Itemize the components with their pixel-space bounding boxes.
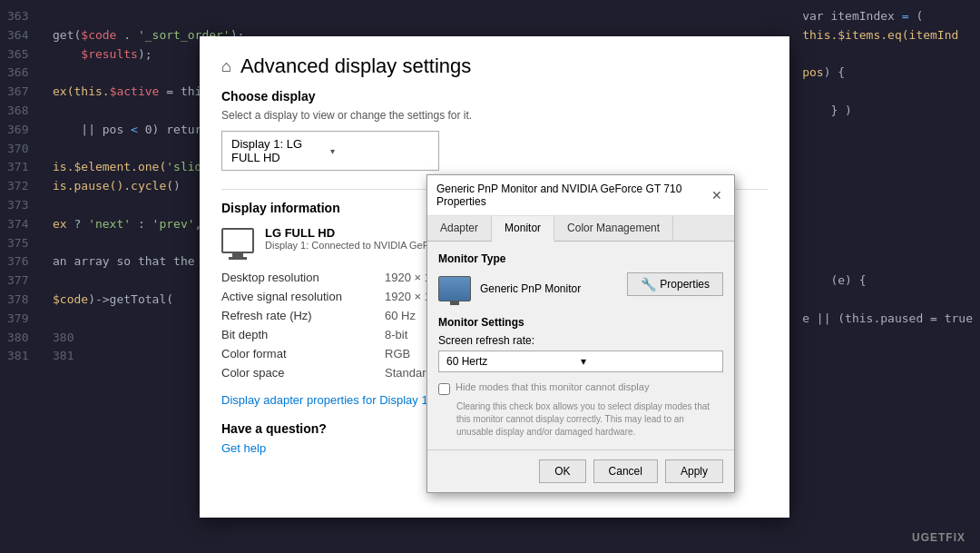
monitor-type-label: Monitor Type bbox=[438, 252, 723, 265]
info-label: Desktop resolution bbox=[221, 268, 385, 287]
monitor-icon bbox=[221, 228, 254, 253]
properties-button[interactable]: 🔧 Properties bbox=[627, 272, 723, 296]
hide-modes-checkbox[interactable] bbox=[438, 383, 450, 395]
dialog-footer: OK Cancel Apply bbox=[427, 449, 734, 492]
close-button[interactable]: ✕ bbox=[709, 186, 725, 204]
dialog-tabs: Adapter Monitor Color Management bbox=[427, 216, 734, 242]
refresh-rate-dropdown[interactable]: 60 Hertz ▾ bbox=[438, 351, 723, 372]
refresh-rate-value: 60 Hertz bbox=[446, 355, 581, 368]
monitor-settings-title: Monitor Settings bbox=[438, 316, 723, 329]
settings-header: ⌂ Advanced display settings bbox=[200, 36, 789, 89]
hide-modes-row: Hide modes that this monitor cannot disp… bbox=[438, 381, 723, 395]
dialog-title-text: Generic PnP Monitor and NVIDIA GeForce G… bbox=[436, 183, 709, 208]
bg-code-left: 363 364 365 366 367 368 369 370 371 372 … bbox=[0, 0, 35, 373]
info-label: Active signal resolution bbox=[221, 287, 385, 306]
apply-button[interactable]: Apply bbox=[665, 459, 723, 483]
cancel-button[interactable]: Cancel bbox=[593, 459, 658, 483]
display-dropdown-value: Display 1: LG FULL HD bbox=[231, 137, 330, 164]
home-icon[interactable]: ⌂ bbox=[221, 57, 231, 76]
get-help-link[interactable]: Get help bbox=[221, 441, 266, 455]
bg-code-content-right: var itemIndex = ( this.$items.eq(itemInd… bbox=[795, 0, 980, 373]
choose-display-title: Choose display bbox=[221, 89, 768, 104]
properties-btn-label: Properties bbox=[660, 278, 710, 291]
dialog-titlebar: Generic PnP Monitor and NVIDIA GeForce G… bbox=[427, 175, 734, 216]
refresh-rate-label: Screen refresh rate: bbox=[438, 334, 723, 347]
info-label: Refresh rate (Hz) bbox=[221, 306, 385, 325]
choose-display-subtitle: Select a display to view or change the s… bbox=[221, 109, 768, 122]
chevron-down-icon: ▾ bbox=[330, 146, 429, 156]
monitor-thumbnail bbox=[438, 276, 471, 301]
display-dropdown[interactable]: Display 1: LG FULL HD ▾ bbox=[221, 131, 439, 171]
tab-adapter[interactable]: Adapter bbox=[427, 216, 492, 241]
info-label: Color space bbox=[221, 363, 385, 382]
settings-title: Advanced display settings bbox=[240, 54, 471, 78]
info-label: Bit depth bbox=[221, 325, 385, 344]
watermark: UGETFIX bbox=[912, 531, 965, 544]
monitor-properties-dialog: Generic PnP Monitor and NVIDIA GeForce G… bbox=[426, 174, 735, 493]
ok-button[interactable]: OK bbox=[539, 459, 585, 483]
hide-modes-label: Hide modes that this monitor cannot disp… bbox=[456, 381, 649, 392]
info-label: Color format bbox=[221, 344, 385, 363]
tab-color-management[interactable]: Color Management bbox=[554, 216, 673, 241]
chevron-down-icon: ▾ bbox=[581, 355, 715, 368]
tab-monitor[interactable]: Monitor bbox=[492, 216, 554, 242]
monitor-type-name: Generic PnP Monitor bbox=[480, 282, 581, 295]
dialog-body: Monitor Type Generic PnP Monitor 🔧 Prope… bbox=[427, 242, 734, 449]
properties-icon: 🔧 bbox=[641, 277, 656, 291]
hide-modes-desc: Clearing this check box allows you to se… bbox=[456, 400, 723, 439]
monitor-type-row: Generic PnP Monitor 🔧 Properties bbox=[438, 272, 723, 305]
